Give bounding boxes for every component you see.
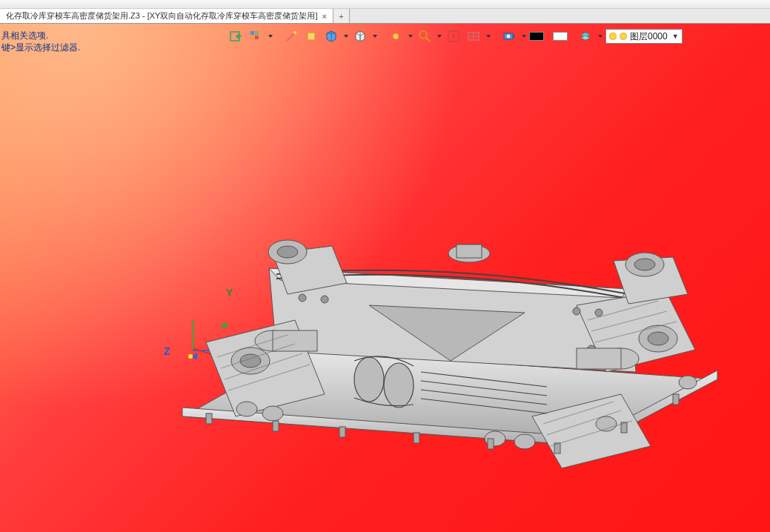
axis-label-z: Z <box>164 345 170 357</box>
chevron-down-icon: ▼ <box>672 33 679 40</box>
menubar <box>0 0 770 9</box>
palette-icon[interactable] <box>247 28 265 44</box>
svg-rect-65 <box>273 421 279 431</box>
svg-point-6 <box>393 33 399 39</box>
palette-dropdown[interactable] <box>267 28 273 44</box>
tab-active[interactable]: 化存取冷库穿梭车高密度储货架用.Z3 - [XY双向自动化存取冷库穿梭车高密度储… <box>0 9 333 23</box>
svg-point-58 <box>236 402 257 416</box>
svg-rect-28 <box>457 245 482 258</box>
svg-rect-4 <box>255 36 259 39</box>
svg-rect-71 <box>673 394 679 405</box>
cube-wire-dropdown[interactable] <box>371 28 378 44</box>
zoom-dropdown[interactable] <box>436 28 442 44</box>
svg-point-63 <box>679 376 697 389</box>
hint-line-2: 键>显示选择过滤器. <box>1 41 80 53</box>
svg-point-61 <box>514 434 535 449</box>
fit-icon[interactable] <box>445 28 462 44</box>
svg-rect-67 <box>414 433 419 443</box>
layer-plane-icon[interactable] <box>577 28 594 44</box>
sun-icon[interactable] <box>387 28 405 44</box>
grid-icon[interactable] <box>465 28 482 44</box>
svg-rect-66 <box>339 427 345 437</box>
svg-rect-51 <box>577 348 621 369</box>
layer-selector[interactable]: 图层0000 ▼ <box>605 29 683 44</box>
svg-point-44 <box>573 307 580 315</box>
svg-line-12 <box>426 38 430 41</box>
svg-point-43 <box>321 296 328 303</box>
plus-icon: + <box>339 12 343 21</box>
layer-plane-dropdown[interactable] <box>597 28 603 44</box>
svg-rect-2 <box>255 31 259 35</box>
svg-rect-3 <box>250 36 254 39</box>
model-shuttle-cart[interactable] <box>176 224 725 476</box>
cube-wire-icon[interactable] <box>351 28 369 44</box>
command-hint: 具相关选项. 键>显示选择过滤器. <box>1 30 80 53</box>
color-swatch-white[interactable] <box>553 32 568 41</box>
svg-point-14 <box>452 35 455 38</box>
svg-rect-1 <box>250 31 254 35</box>
svg-point-45 <box>595 309 603 316</box>
cube-shade-dropdown[interactable] <box>342 28 349 44</box>
color-swatch-black[interactable] <box>529 32 544 41</box>
svg-point-11 <box>419 31 427 39</box>
svg-rect-20 <box>513 35 514 38</box>
viewport-3d[interactable]: 具相关选项. 键>显示选择过滤器. 图层0000 <box>0 24 770 532</box>
camera-dropdown[interactable] <box>520 28 527 44</box>
svg-point-52 <box>354 357 384 402</box>
hint-line-1: 具相关选项. <box>1 30 80 41</box>
tab-label: 化存取冷库穿梭车高密度储货架用.Z3 - [XY双向自动化存取冷库穿梭车高密度储… <box>6 10 317 21</box>
import-icon[interactable] <box>227 28 245 44</box>
zoom-icon[interactable] <box>416 28 434 44</box>
lightbulb-on-icon <box>609 33 617 40</box>
sun-dropdown[interactable] <box>407 28 414 44</box>
close-icon[interactable]: × <box>322 12 326 21</box>
highlight-icon[interactable] <box>302 28 320 44</box>
grid-dropdown[interactable] <box>485 28 491 44</box>
svg-rect-64 <box>206 413 212 424</box>
lightbulb-status-icon <box>620 33 627 40</box>
svg-rect-49 <box>273 330 317 351</box>
tab-add[interactable]: + <box>333 9 350 23</box>
svg-point-35 <box>277 246 298 258</box>
svg-point-53 <box>384 363 414 408</box>
svg-point-59 <box>262 406 283 421</box>
cube-shade-icon[interactable] <box>322 28 340 44</box>
viewport-toolbar: 图层0000 ▼ <box>227 28 683 44</box>
camera-icon[interactable] <box>500 28 518 44</box>
svg-point-5 <box>293 31 296 34</box>
svg-point-19 <box>507 35 511 39</box>
svg-point-37 <box>634 259 655 270</box>
svg-point-39 <box>648 332 668 345</box>
svg-point-42 <box>299 294 306 302</box>
layer-label: 图层0000 <box>630 30 668 43</box>
tab-bar: 化存取冷库穿梭车高密度储货架用.Z3 - [XY双向自动化存取冷库穿梭车高密度储… <box>0 9 770 24</box>
wand-icon[interactable] <box>282 28 300 44</box>
svg-rect-68 <box>488 439 494 449</box>
